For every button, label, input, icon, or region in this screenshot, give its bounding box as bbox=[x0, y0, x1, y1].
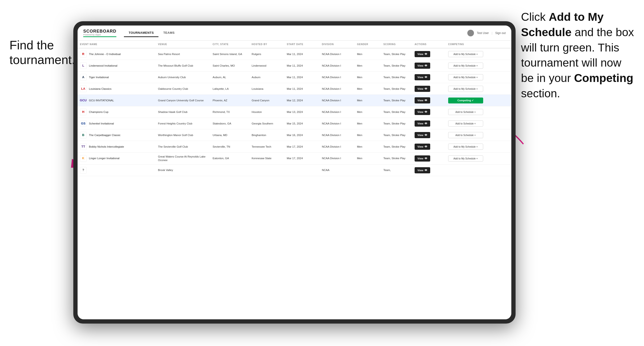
date-cell: Mar 17, 2024 bbox=[284, 141, 320, 153]
tab-teams[interactable]: TEAMS bbox=[158, 29, 179, 37]
eye-icon: 👁 bbox=[424, 122, 427, 125]
actions-cell: View 👁 bbox=[412, 48, 446, 60]
scoring-cell: Team, Stroke Play bbox=[381, 72, 412, 83]
competing-button[interactable]: Competing ✓ bbox=[448, 98, 483, 103]
venue-cell: Brook Valley bbox=[156, 164, 210, 176]
event-name-cell: LA Louisiana Classics bbox=[78, 83, 156, 95]
hosted-cell: Kennesaw State bbox=[249, 153, 284, 165]
table-row: TT Bobby Nichols Intercollegiate The Sev… bbox=[78, 141, 511, 153]
view-button[interactable]: View 👁 bbox=[414, 156, 430, 162]
add-to-schedule-button[interactable]: Add to My Schedule + bbox=[448, 86, 483, 92]
tab-tournaments[interactable]: TOURNAMENTS bbox=[124, 29, 158, 37]
competing-cell: Add to My Schedule + bbox=[446, 72, 511, 83]
actions-cell: View 👁 bbox=[412, 141, 446, 153]
competing-cell: Add to My Schedule + bbox=[446, 48, 511, 60]
venue-cell: Worthington Manor Golf Club bbox=[156, 129, 210, 141]
header-right: Test User | Sign out bbox=[467, 30, 506, 36]
venue-cell: The Sevierville Golf Club bbox=[156, 141, 210, 153]
add-to-schedule-button[interactable]: Add to My Schedule + bbox=[448, 156, 483, 162]
eye-icon: 👁 bbox=[424, 99, 427, 102]
date-cell: Mar 16, 2024 bbox=[284, 129, 320, 141]
user-name: Test User bbox=[477, 31, 489, 35]
view-button[interactable]: View 👁 bbox=[414, 167, 430, 173]
sign-out-link[interactable]: Sign out bbox=[495, 31, 506, 35]
actions-cell: View 👁 bbox=[412, 118, 446, 129]
table-row: LA Louisiana Classics Oakbourne Country … bbox=[78, 83, 511, 95]
col-header-hosted: HOSTED BY bbox=[249, 41, 284, 48]
view-button[interactable]: View 👁 bbox=[414, 144, 430, 150]
logo-area: SCOREBOARD Powered by clippd bbox=[83, 29, 116, 37]
gender-cell: Men bbox=[354, 60, 381, 72]
actions-cell: View 👁 bbox=[412, 95, 446, 106]
scoring-cell: Team, Stroke Play bbox=[381, 48, 412, 60]
view-button[interactable]: View 👁 bbox=[414, 86, 430, 92]
venue-cell: Oakbourne Country Club bbox=[156, 83, 210, 95]
team-logo: TT bbox=[80, 143, 86, 150]
event-name: GCU INVITATIONAL bbox=[89, 99, 114, 102]
gender-cell: Men bbox=[354, 106, 381, 118]
city-cell: Statesboro, GA bbox=[210, 118, 249, 129]
date-cell bbox=[284, 164, 320, 176]
actions-cell: View 👁 bbox=[412, 83, 446, 95]
add-to-schedule-button[interactable]: Add to Schedule + bbox=[448, 132, 483, 138]
scoring-cell: Team, Stroke Play bbox=[381, 129, 412, 141]
eye-icon: 👁 bbox=[424, 52, 427, 56]
team-logo: A bbox=[80, 74, 86, 81]
scoring-cell: Team, Stroke Play bbox=[381, 141, 412, 153]
division-cell: NCAA Division I bbox=[320, 153, 355, 165]
view-button[interactable]: View 👁 bbox=[414, 132, 430, 138]
city-cell: Saint Simons Island, GA bbox=[210, 48, 249, 60]
venue-cell: The Missouri Bluffs Golf Club bbox=[156, 60, 210, 72]
add-to-schedule-button[interactable]: Add to Schedule + bbox=[448, 109, 483, 115]
team-logo: GCU bbox=[80, 97, 86, 104]
view-button[interactable]: View 👁 bbox=[414, 120, 430, 127]
event-name: The Carpetbagger Classic bbox=[89, 134, 120, 137]
table-row: L Lindenwood Invitational The Missouri B… bbox=[78, 60, 511, 72]
city-cell: Phoenix, AZ bbox=[210, 95, 249, 106]
eye-icon: 👁 bbox=[424, 76, 427, 79]
table-row: H Champions Cup Shadow Hawk Golf ClubRic… bbox=[78, 106, 511, 118]
add-to-schedule-button[interactable]: Add to My Schedule + bbox=[448, 144, 483, 150]
view-button[interactable]: View 👁 bbox=[414, 51, 430, 57]
competing-cell bbox=[446, 164, 511, 176]
city-cell: Sevierville, TN bbox=[210, 141, 249, 153]
competing-cell: Add to My Schedule + bbox=[446, 153, 511, 165]
app-header: SCOREBOARD Powered by clippd TOURNAMENTS… bbox=[78, 25, 511, 41]
view-button[interactable]: View 👁 bbox=[414, 109, 430, 115]
gender-cell bbox=[354, 164, 381, 176]
event-name: Bobby Nichols Intercollegiate bbox=[89, 145, 124, 149]
add-to-schedule-button[interactable]: Add to My Schedule + bbox=[448, 74, 483, 80]
view-button[interactable]: View 👁 bbox=[414, 63, 430, 69]
date-cell: Mar 15, 2024 bbox=[284, 118, 320, 129]
gender-cell: Men bbox=[354, 72, 381, 83]
view-button[interactable]: View 👁 bbox=[414, 97, 430, 103]
competing-cell: Add to My Schedule + bbox=[446, 60, 511, 72]
event-name-cell: L Lindenwood Invitational bbox=[78, 60, 156, 72]
view-button[interactable]: View 👁 bbox=[414, 74, 430, 80]
city-cell: Richmond, TX bbox=[210, 106, 249, 118]
add-to-schedule-button[interactable]: Add to My Schedule + bbox=[448, 63, 483, 69]
hosted-cell: Tennessee Tech bbox=[249, 141, 284, 153]
venue-cell: Great Waters Course At Reynolds Lake Oco… bbox=[156, 153, 210, 165]
city-cell bbox=[210, 164, 249, 176]
team-logo: ? bbox=[80, 167, 86, 173]
table-row: K Linger Longer Invitational Great Water… bbox=[78, 153, 511, 165]
col-header-venue: VENUE bbox=[156, 41, 210, 48]
event-name: Louisiana Classics bbox=[89, 87, 112, 91]
col-header-actions: ACTIONS bbox=[412, 41, 446, 48]
team-logo: LA bbox=[80, 85, 86, 92]
logo-bar bbox=[83, 36, 116, 37]
city-cell: Eatonton, GA bbox=[210, 153, 249, 165]
add-to-schedule-button[interactable]: Add to Schedule + bbox=[448, 120, 483, 127]
actions-cell: View 👁 bbox=[412, 106, 446, 118]
date-cell: Mar 12, 2024 bbox=[284, 95, 320, 106]
division-cell: NCAA Division I bbox=[320, 106, 355, 118]
logo-text: SCOREBOARD bbox=[83, 29, 116, 33]
hosted-cell: Georgia Southern bbox=[249, 118, 284, 129]
add-to-schedule-button[interactable]: Add to My Schedule + bbox=[448, 51, 483, 57]
competing-cell: Add to My Schedule + bbox=[446, 141, 511, 153]
gender-cell: Men bbox=[354, 95, 381, 106]
division-cell: NCAA Division I bbox=[320, 83, 355, 95]
date-cell: Mar 11, 2024 bbox=[284, 83, 320, 95]
scoring-cell: Team, Stroke Play bbox=[381, 118, 412, 129]
